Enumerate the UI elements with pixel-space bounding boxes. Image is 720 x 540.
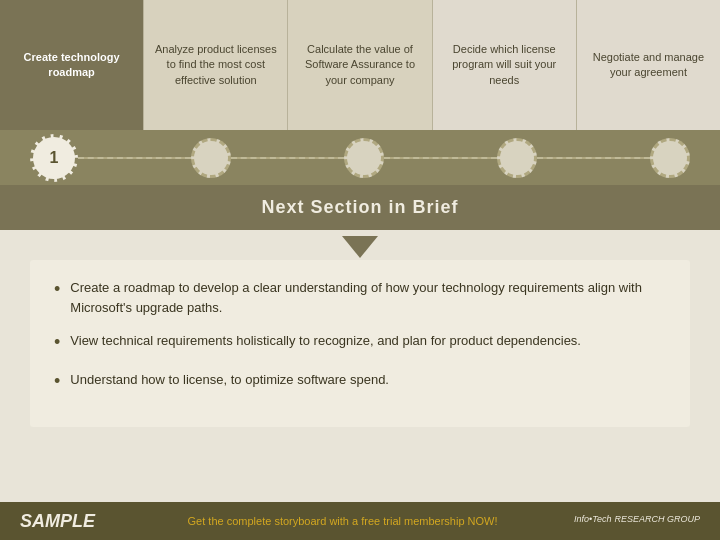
bullet-text-1: Create a roadmap to develop a clear unde… bbox=[70, 278, 666, 317]
circle-5 bbox=[650, 138, 690, 178]
step-4: Decide which license program will suit y… bbox=[433, 0, 577, 130]
bullet-item-3: • Understand how to license, to optimize… bbox=[54, 370, 666, 395]
step-1: Create technology roadmap bbox=[0, 0, 144, 130]
connector-3-4 bbox=[384, 157, 497, 159]
step-2: Analyze product licenses to find the mos… bbox=[144, 0, 288, 130]
content-area: • Create a roadmap to develop a clear un… bbox=[30, 260, 690, 427]
bullet-dot-2: • bbox=[54, 329, 60, 356]
bullet-dot-1: • bbox=[54, 276, 60, 303]
circle-2 bbox=[191, 138, 231, 178]
footer: SAMPLE Get the complete storyboard with … bbox=[0, 502, 720, 540]
bullet-text-3: Understand how to license, to optimize s… bbox=[70, 370, 389, 390]
down-arrow-icon bbox=[342, 236, 378, 258]
footer-sample-label: SAMPLE bbox=[20, 511, 95, 532]
circle-1: 1 bbox=[30, 134, 78, 182]
footer-logo: Info•Tech RESEARCH GROUP bbox=[574, 514, 700, 529]
step-4-label: Decide which license program will suit y… bbox=[441, 42, 568, 88]
bullet-item-1: • Create a roadmap to develop a clear un… bbox=[54, 278, 666, 317]
connector-4-5 bbox=[537, 157, 650, 159]
connector-1-2 bbox=[78, 157, 191, 159]
next-section-title: Next Section in Brief bbox=[261, 197, 458, 217]
footer-cta-text[interactable]: Get the complete storyboard with a free … bbox=[111, 515, 574, 527]
circles-row: 1 bbox=[0, 130, 720, 185]
bullet-dot-3: • bbox=[54, 368, 60, 395]
next-section-banner: Next Section in Brief bbox=[0, 185, 720, 230]
circle-4 bbox=[497, 138, 537, 178]
bullet-text-2: View technical requirements holistically… bbox=[70, 331, 581, 351]
footer-logo-text: Info•Tech bbox=[574, 514, 611, 524]
footer-logo-sub: RESEARCH GROUP bbox=[614, 514, 700, 524]
circle-1-number: 1 bbox=[50, 149, 59, 167]
step-5: Negotiate and manage your agreement bbox=[577, 0, 720, 130]
step-2-label: Analyze product licenses to find the mos… bbox=[152, 42, 279, 88]
down-arrow-container bbox=[0, 230, 720, 260]
step-1-label: Create technology roadmap bbox=[8, 50, 135, 81]
step-3: Calculate the value of Software Assuranc… bbox=[288, 0, 432, 130]
step-3-label: Calculate the value of Software Assuranc… bbox=[296, 42, 423, 88]
steps-banner: Create technology roadmap Analyze produc… bbox=[0, 0, 720, 130]
bullet-item-2: • View technical requirements holistical… bbox=[54, 331, 666, 356]
circle-3 bbox=[344, 138, 384, 178]
connector-2-3 bbox=[231, 157, 344, 159]
step-5-label: Negotiate and manage your agreement bbox=[585, 50, 712, 81]
